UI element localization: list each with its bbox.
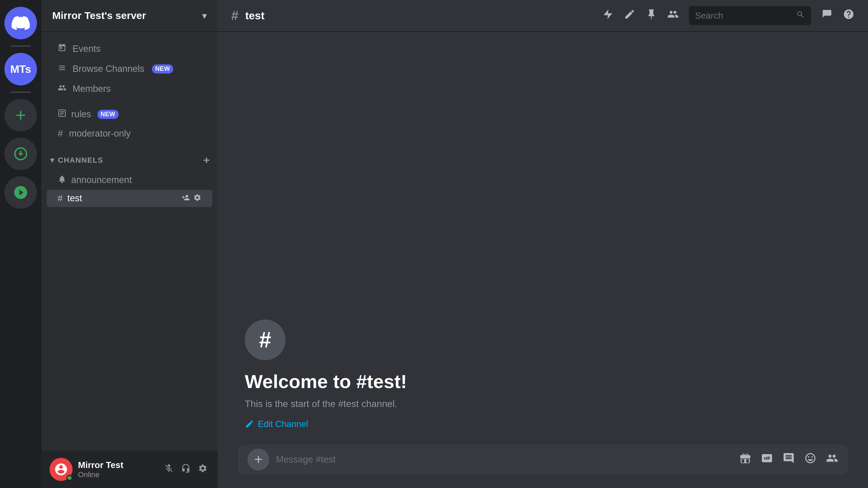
sticker-icon[interactable]: [783, 452, 795, 467]
browse-channels-icon: [58, 63, 66, 75]
user-avatar: [50, 458, 73, 481]
chevron-down-icon: ▾: [202, 10, 207, 21]
emoji-icon[interactable]: [804, 452, 816, 467]
topbar-channel-name: test: [245, 9, 264, 22]
channels-collapse-icon: ▾: [50, 156, 55, 165]
attach-file-button[interactable]: +: [248, 449, 269, 470]
mute-microphone-button[interactable]: [162, 462, 176, 477]
add-channel-button[interactable]: +: [202, 152, 212, 168]
server-name: Mirror Test's server: [52, 10, 197, 21]
topbar: # test Search: [218, 0, 868, 32]
message-placeholder: Message #test: [276, 454, 722, 465]
channels-section: ▾ CHANNELS + announcement # test: [41, 150, 218, 207]
welcome-title: Welcome to #test!: [245, 370, 841, 392]
deafen-button[interactable]: [179, 462, 193, 477]
browse-channels-new-badge: NEW: [152, 64, 174, 74]
rail-divider-1: [11, 45, 31, 47]
welcome-hash-icon: #: [245, 320, 285, 360]
channel-sidebar: Mirror Test's server ▾ Events Browse Cha…: [41, 0, 218, 488]
channel-item-test[interactable]: # test: [47, 190, 212, 207]
sidebar-content: Events Browse Channels NEW Members rules: [41, 32, 218, 451]
channel-actions: [182, 194, 201, 204]
message-input-area: + Message #test: [218, 445, 868, 488]
channel-item-announcement[interactable]: announcement: [47, 171, 212, 189]
welcome-description: This is the start of the #test channel.: [245, 399, 841, 409]
message-input-box[interactable]: + Message #test: [238, 445, 848, 474]
rail-divider-2: [11, 92, 31, 93]
explore-servers-button[interactable]: [4, 176, 37, 209]
test-channel-hash-icon: #: [58, 193, 62, 204]
message-right-icons: [739, 452, 838, 467]
main-content: # test Search: [218, 0, 868, 488]
server-rail: MTs +: [0, 0, 41, 488]
gift-icon[interactable]: [739, 452, 751, 467]
channel-settings-icon[interactable]: [193, 194, 201, 204]
channels-section-header[interactable]: ▾ CHANNELS +: [41, 150, 218, 170]
search-box[interactable]: Search: [689, 6, 811, 25]
topbar-icons: Search: [602, 6, 854, 25]
add-members-icon[interactable]: [182, 194, 190, 204]
moderator-only-icon: #: [58, 128, 63, 139]
sidebar-item-label-rules: rules: [71, 109, 91, 120]
sidebar-item-label-moderator: moderator-only: [69, 128, 131, 139]
member-list-icon[interactable]: [667, 8, 679, 23]
sidebar-item-moderator-only[interactable]: # moderator-only: [47, 124, 212, 143]
events-icon: [58, 43, 66, 55]
edit-channel-label: Edit Channel: [258, 419, 308, 429]
sidebar-item-label-events: Events: [73, 44, 101, 54]
rules-new-badge: NEW: [97, 110, 119, 119]
search-placeholder-text: Search: [695, 11, 792, 21]
boost-icon[interactable]: [602, 8, 614, 23]
pinned-messages-icon[interactable]: [646, 8, 657, 23]
user-status-text: Online: [78, 470, 157, 479]
user-info: Mirror Test Online: [78, 460, 157, 479]
server-header[interactable]: Mirror Test's server ▾: [41, 0, 218, 32]
sidebar-item-label-browse: Browse Channels: [73, 64, 144, 74]
inbox-icon[interactable]: [821, 8, 833, 23]
edit-channel-link[interactable]: Edit Channel: [245, 419, 308, 429]
welcome-section: # Welcome to #test! This is the start of…: [218, 299, 868, 445]
chat-area: # Welcome to #test! This is the start of…: [218, 32, 868, 488]
announcement-icon: [58, 175, 66, 186]
server-icon-mt[interactable]: MTs: [4, 53, 37, 85]
help-icon[interactable]: [843, 8, 854, 23]
discord-logo-button[interactable]: [4, 7, 37, 39]
user-panel: Mirror Test Online: [41, 451, 218, 488]
channel-item-label-test: test: [67, 193, 82, 204]
gif-icon[interactable]: [761, 452, 773, 467]
channels-section-label: CHANNELS: [58, 156, 202, 165]
sidebar-item-rules[interactable]: rules NEW: [47, 105, 212, 123]
user-status-dot: [66, 475, 73, 481]
members-icon: [58, 83, 66, 95]
sidebar-item-label-members: Members: [73, 84, 111, 94]
add-server-button[interactable]: +: [4, 99, 37, 131]
user-actions: [162, 462, 210, 477]
sidebar-item-events[interactable]: Events: [47, 39, 212, 59]
mention-icon[interactable]: [826, 452, 838, 467]
channel-item-label-announcement: announcement: [71, 175, 132, 185]
search-icon: [796, 10, 805, 21]
edit-icon[interactable]: [624, 8, 635, 23]
user-settings-button[interactable]: [196, 462, 210, 477]
sidebar-item-browse-channels[interactable]: Browse Channels NEW: [47, 59, 212, 79]
user-name: Mirror Test: [78, 460, 157, 470]
download-apps-button[interactable]: [4, 138, 37, 170]
rules-icon: [58, 109, 66, 120]
sidebar-item-members[interactable]: Members: [47, 79, 212, 99]
topbar-channel-hash-icon: #: [231, 8, 238, 23]
